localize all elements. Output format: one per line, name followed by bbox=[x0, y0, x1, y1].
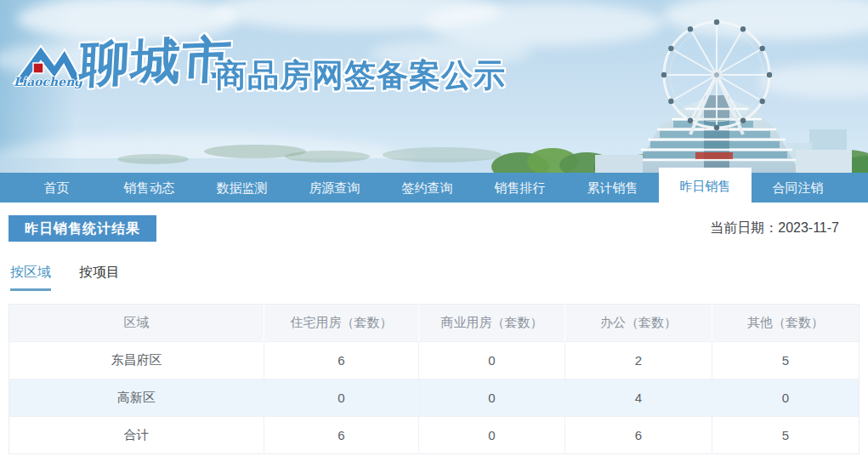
cell-office: 6 bbox=[565, 417, 712, 454]
banner-title: 商品房网签备案公示 bbox=[215, 54, 506, 97]
nav-item-data-monitor[interactable]: 数据监测 bbox=[196, 173, 288, 202]
nav-item-listing-search[interactable]: 房源查询 bbox=[288, 173, 381, 202]
content-area: 昨日销售统计结果 当前日期：2023-11-7 按区域 按项目 区域 住宅用房（… bbox=[0, 202, 868, 454]
col-header-office: 办公（套数） bbox=[565, 305, 712, 342]
table-header-row: 区域 住宅用房（套数） 商业用房（套数） 办公（套数） 其他（套数） bbox=[9, 305, 859, 342]
table-row: 东昌府区 6 0 2 5 bbox=[9, 342, 859, 379]
page: Liaocheng 聊城市 商品房网签备案公示 首页 销售动态 数据监测 房源查… bbox=[0, 0, 868, 462]
col-header-commercial: 商业用房（套数） bbox=[419, 305, 565, 342]
tab-by-project[interactable]: 按项目 bbox=[79, 264, 120, 291]
cell-office: 2 bbox=[565, 342, 712, 379]
cell-commercial: 0 bbox=[419, 417, 565, 454]
cell-residential: 0 bbox=[264, 379, 419, 417]
nav-item-contract-search[interactable]: 签约查询 bbox=[381, 173, 474, 202]
table-row: 高新区 0 0 4 0 bbox=[9, 379, 859, 417]
hero-banner: Liaocheng 聊城市 商品房网签备案公示 bbox=[0, 0, 868, 173]
col-header-region: 区域 bbox=[9, 305, 264, 342]
table-row-total: 合计 6 0 6 5 bbox=[9, 417, 859, 454]
view-tabs: 按区域 按项目 bbox=[9, 264, 859, 291]
cell-commercial: 0 bbox=[419, 379, 565, 417]
nav-item-sales-trends[interactable]: 销售动态 bbox=[103, 173, 196, 202]
sales-stats-table: 区域 住宅用房（套数） 商业用房（套数） 办公（套数） 其他（套数） 东昌府区 … bbox=[9, 304, 859, 454]
site-name: 聊城市 bbox=[78, 26, 235, 98]
main-nav: 首页 销售动态 数据监测 房源查询 签约查询 销售排行 累计销售 昨日销售 合同… bbox=[0, 173, 868, 202]
col-header-other: 其他（套数） bbox=[712, 305, 859, 342]
cell-other: 5 bbox=[712, 342, 859, 379]
nav-item-home[interactable]: 首页 bbox=[10, 173, 103, 202]
cell-commercial: 0 bbox=[419, 342, 565, 379]
tab-by-region[interactable]: 按区域 bbox=[10, 264, 51, 291]
nav-item-cumulative-sales[interactable]: 累计销售 bbox=[566, 173, 659, 202]
page-title: 昨日销售统计结果 bbox=[9, 215, 156, 242]
cell-region: 高新区 bbox=[9, 379, 264, 417]
cell-region: 东昌府区 bbox=[9, 342, 264, 379]
cell-office: 4 bbox=[565, 379, 712, 417]
nav-item-sales-ranking[interactable]: 销售排行 bbox=[474, 173, 566, 202]
cell-other: 0 bbox=[712, 379, 859, 417]
current-date: 当前日期：2023-11-7 bbox=[710, 220, 859, 237]
cell-residential: 6 bbox=[264, 342, 419, 379]
nav-item-yesterday-sales[interactable]: 昨日销售 bbox=[659, 168, 752, 202]
cell-region: 合计 bbox=[9, 417, 264, 454]
cell-residential: 6 bbox=[264, 417, 419, 454]
nav-item-contract-cancellation[interactable]: 合同注销 bbox=[752, 173, 844, 202]
logo-script-text: Liaocheng bbox=[14, 75, 82, 88]
col-header-residential: 住宅用房（套数） bbox=[264, 305, 419, 342]
cell-other: 5 bbox=[712, 417, 859, 454]
